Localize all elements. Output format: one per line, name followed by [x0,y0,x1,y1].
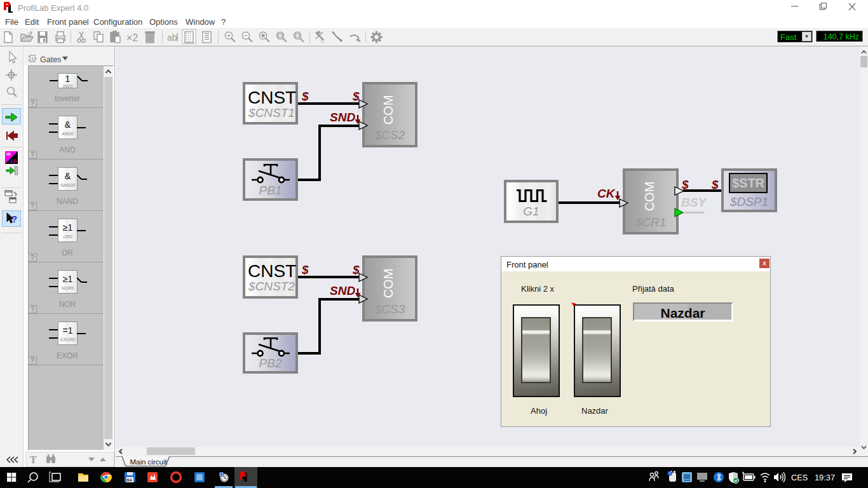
svg-text:1: 1 [31,56,34,62]
svg-text:19:37: 19:37 [815,473,835,482]
svg-text:ab: ab [167,32,177,43]
svg-text:64: 64 [127,478,132,482]
svg-text:T: T [30,454,37,465]
svg-text:CES: CES [791,473,808,482]
svg-text:?: ? [11,214,17,224]
svg-text:Main circuit: Main circuit [130,458,168,466]
svg-text:LO: LO [11,159,17,163]
svg-text:HI: HI [6,152,11,156]
svg-text:×2: ×2 [126,32,138,43]
